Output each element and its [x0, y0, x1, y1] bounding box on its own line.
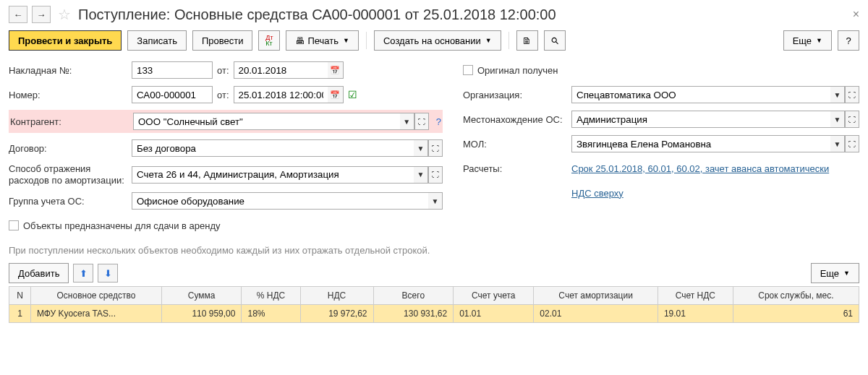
col-amort[interactable]: Счет амортизации: [534, 287, 658, 305]
from-label-1: от:: [217, 65, 229, 76]
cell-sum: 110 959,00: [161, 305, 242, 323]
os-group-label: Группа учета ОС:: [9, 196, 132, 207]
document-icon-button[interactable]: 🗎: [516, 30, 538, 51]
new-status-icon: ☑: [348, 89, 357, 100]
contract-input[interactable]: [132, 139, 414, 157]
based-on-label: Создать на основании: [383, 35, 481, 46]
favorite-star-icon[interactable]: ☆: [58, 6, 71, 23]
table-header-row: N Основное средство Сумма % НДС НДС Всег…: [9, 287, 859, 305]
add-row-button[interactable]: Добавить: [9, 263, 69, 283]
invoice-date-input[interactable]: [234, 61, 328, 79]
attachment-button[interactable]: ⚲: [544, 30, 566, 51]
counterparty-label: Контрагент:: [10, 116, 133, 127]
col-vat-pct[interactable]: % НДС: [242, 287, 300, 305]
paperclip-icon: ⚲: [548, 34, 561, 47]
chevron-down-icon: ▼: [343, 37, 349, 44]
open-button[interactable]: ⛶: [845, 111, 859, 128]
calendar-icon[interactable]: 📅: [328, 86, 344, 103]
page-title: Поступление: Основные средства СА00-0000…: [78, 7, 556, 23]
col-item[interactable]: Основное средство: [31, 287, 162, 305]
post-button[interactable]: Провести: [192, 30, 253, 51]
original-received-label: Оригинал получен: [477, 65, 558, 76]
counterparty-input[interactable]: [133, 113, 400, 130]
move-up-button[interactable]: ⬆: [73, 264, 93, 283]
more-label: Еще: [793, 35, 812, 46]
chevron-down-icon: ▼: [843, 270, 850, 277]
help-button[interactable]: ?: [838, 30, 859, 51]
vat-mode-link[interactable]: НДС сверху: [571, 188, 624, 199]
col-vat[interactable]: НДС: [300, 287, 373, 305]
rent-objects-label: Объекты предназначены для сдачи в аренду: [23, 220, 220, 231]
original-received-checkbox[interactable]: Оригинал получен: [463, 65, 558, 76]
more-button[interactable]: Еще ▼: [783, 30, 832, 51]
invoice-no-label: Накладная №:: [9, 65, 132, 76]
dropdown-button[interactable]: ▼: [830, 135, 845, 152]
calendar-icon[interactable]: 📅: [328, 61, 344, 79]
open-button[interactable]: ⛶: [428, 166, 443, 184]
close-icon[interactable]: ×: [853, 8, 859, 21]
print-label: Печать: [307, 35, 339, 46]
cell-n: 1: [9, 305, 31, 323]
dropdown-button[interactable]: ▼: [400, 113, 414, 130]
open-button[interactable]: ⛶: [845, 86, 859, 103]
col-sum[interactable]: Сумма: [161, 287, 242, 305]
open-button[interactable]: ⛶: [845, 135, 859, 152]
nav-back-button[interactable]: ←: [9, 6, 27, 23]
hint-text: При поступлении нескольких объектов необ…: [9, 245, 859, 256]
help-icon[interactable]: ?: [436, 116, 441, 127]
separator: [366, 32, 367, 49]
cell-vat: 19 972,62: [300, 305, 373, 323]
dropdown-button[interactable]: ▼: [428, 192, 443, 210]
post-and-close-button[interactable]: Провести и закрыть: [9, 30, 122, 51]
col-vat-acct[interactable]: Счет НДС: [658, 287, 733, 305]
save-button[interactable]: Записать: [127, 30, 187, 51]
expense-method-input[interactable]: [132, 166, 414, 184]
col-acct[interactable]: Счет учета: [454, 287, 534, 305]
col-life[interactable]: Срок службы, мес.: [733, 287, 859, 305]
contract-label: Договор:: [9, 143, 132, 154]
cell-acct: 01.01: [454, 305, 534, 323]
col-n[interactable]: N: [9, 287, 31, 305]
number-date-input[interactable]: [234, 86, 328, 103]
nav-forward-button[interactable]: →: [32, 6, 51, 23]
rent-objects-checkbox[interactable]: Объекты предназначены для сдачи в аренду: [9, 220, 220, 231]
col-total[interactable]: Всего: [373, 287, 454, 305]
dtkt-button[interactable]: ДтКт: [258, 30, 280, 51]
move-down-button[interactable]: ⬇: [98, 264, 118, 283]
table-row[interactable]: 1 МФУ Kyocera TAS... 110 959,00 18% 19 9…: [9, 305, 859, 323]
more-label: Еще: [820, 268, 839, 279]
items-table: N Основное средство Сумма % НДС НДС Всег…: [9, 286, 859, 323]
checkbox-icon: [463, 65, 473, 75]
dropdown-button[interactable]: ▼: [830, 111, 845, 128]
document-icon: 🗎: [522, 35, 532, 46]
os-location-input[interactable]: [571, 111, 830, 128]
invoice-no-input[interactable]: [132, 61, 213, 79]
cell-item: МФУ Kyocera TAS...: [31, 305, 162, 323]
os-location-label: Местонахождение ОС:: [463, 114, 571, 125]
checkbox-icon: [9, 220, 19, 230]
organization-input[interactable]: [571, 86, 830, 103]
dropdown-button[interactable]: ▼: [414, 139, 428, 157]
number-label: Номер:: [9, 90, 132, 100]
mol-label: МОЛ:: [463, 139, 571, 150]
table-more-button[interactable]: Еще ▼: [811, 263, 859, 283]
open-button[interactable]: ⛶: [414, 113, 429, 130]
from-label-2: от:: [217, 90, 229, 100]
chevron-down-icon: ▼: [485, 37, 492, 44]
cell-amort: 02.01: [534, 305, 658, 323]
open-button[interactable]: ⛶: [428, 139, 443, 157]
chevron-down-icon: ▼: [816, 37, 822, 44]
mol-input[interactable]: [571, 135, 830, 152]
organization-label: Организация:: [463, 90, 571, 100]
dropdown-button[interactable]: ▼: [830, 86, 845, 103]
settlements-label: Расчеты:: [463, 163, 571, 174]
number-input[interactable]: [132, 86, 213, 103]
settlements-link[interactable]: Срок 25.01.2018, 60.01, 60.02, зачет ава…: [571, 163, 829, 174]
create-based-on-button[interactable]: Создать на основании ▼: [374, 30, 501, 51]
separator: [509, 32, 509, 49]
cell-total: 130 931,62: [373, 305, 454, 323]
dropdown-button[interactable]: ▼: [414, 166, 428, 184]
expense-method-label: Способ отражения расходов по амортизации…: [9, 163, 132, 186]
os-group-input[interactable]: [132, 192, 428, 210]
print-button[interactable]: 🖶 Печать ▼: [286, 30, 359, 51]
